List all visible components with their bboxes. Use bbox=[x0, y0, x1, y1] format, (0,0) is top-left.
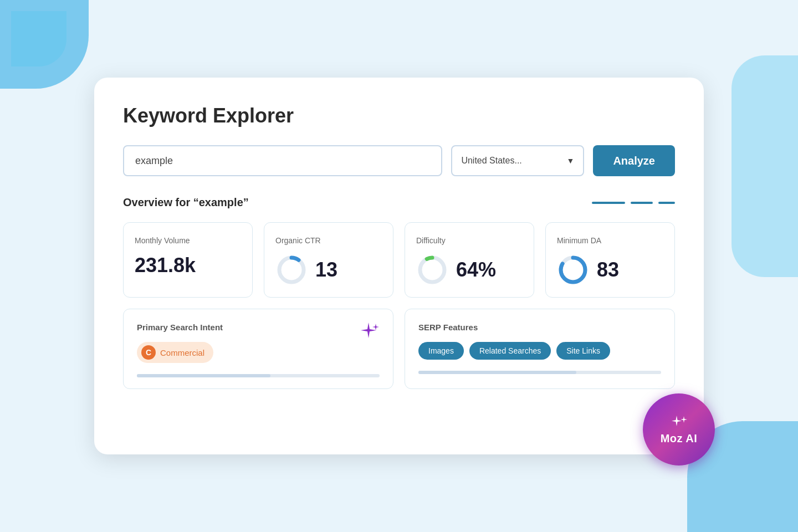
country-select-label: United States... bbox=[461, 156, 521, 166]
metric-value-row-ctr: 13 bbox=[275, 254, 382, 286]
search-input[interactable] bbox=[123, 145, 442, 176]
bg-decoration-right bbox=[732, 55, 798, 277]
overview-line-3 bbox=[658, 202, 675, 204]
overview-header: Overview for “example” bbox=[123, 196, 675, 209]
serp-tags: Images Related Searches Site Links bbox=[418, 342, 661, 360]
overview-line-2 bbox=[631, 202, 653, 204]
progress-bar-serp bbox=[418, 371, 661, 374]
metric-number-difficulty: 64% bbox=[456, 258, 496, 282]
progress-bar-fill-intent bbox=[137, 374, 270, 377]
serp-tag-images[interactable]: Images bbox=[418, 342, 464, 360]
metric-value-row-volume: 231.8k bbox=[135, 254, 241, 277]
serp-tag-related-searches[interactable]: Related Searches bbox=[469, 342, 551, 360]
metric-card-volume: Monthly Volume 231.8k bbox=[123, 222, 253, 298]
overview-line-1 bbox=[592, 202, 625, 204]
search-row: United States... ▼ Analyze bbox=[123, 145, 675, 176]
metric-card-ctr: Organic CTR 13 bbox=[264, 222, 393, 298]
badge-c-letter: C bbox=[141, 345, 156, 360]
serp-tag-site-links[interactable]: Site Links bbox=[556, 342, 610, 360]
metric-value-row-da: 83 bbox=[557, 254, 663, 286]
overview-lines bbox=[592, 202, 675, 204]
metric-label-ctr: Organic CTR bbox=[275, 236, 382, 245]
primary-intent-title: Primary Search Intent bbox=[137, 323, 380, 332]
metric-number-volume: 231.8k bbox=[135, 254, 196, 277]
metric-label-da: Minimum DA bbox=[557, 236, 663, 245]
analyze-button[interactable]: Analyze bbox=[593, 145, 675, 176]
bg-decoration-top-left-2 bbox=[11, 11, 66, 66]
metric-number-da: 83 bbox=[597, 258, 619, 282]
main-card: Keyword Explorer United States... ▼ Anal… bbox=[94, 78, 704, 454]
donut-ctr bbox=[275, 254, 308, 286]
donut-da bbox=[557, 254, 589, 286]
primary-intent-card: Primary Search Intent C Commercial bbox=[123, 309, 393, 389]
metric-value-row-difficulty: 64% bbox=[416, 254, 523, 286]
sparkle-icon bbox=[357, 321, 380, 344]
metric-label-difficulty: Difficulty bbox=[416, 236, 523, 245]
moz-ai-badge: Moz AI bbox=[643, 393, 715, 466]
progress-bar-fill-serp bbox=[418, 371, 576, 374]
serp-features-card: SERP Features Images Related Searches Si… bbox=[405, 309, 675, 389]
bottom-row: Primary Search Intent C Commercial SERP … bbox=[123, 309, 675, 389]
moz-ai-label: Moz AI bbox=[661, 432, 698, 445]
svg-point-2 bbox=[420, 258, 444, 282]
badge-label: Commercial bbox=[160, 348, 204, 357]
chevron-down-icon: ▼ bbox=[567, 156, 575, 165]
progress-bar-intent bbox=[137, 374, 380, 377]
serp-features-title: SERP Features bbox=[418, 323, 661, 332]
overview-title: Overview for “example” bbox=[123, 196, 249, 209]
page-title: Keyword Explorer bbox=[123, 104, 675, 127]
country-select[interactable]: United States... ▼ bbox=[451, 145, 584, 176]
metric-label-volume: Monthly Volume bbox=[135, 236, 241, 245]
commercial-badge: C Commercial bbox=[137, 342, 213, 363]
moz-ai-stars bbox=[669, 415, 688, 430]
donut-difficulty bbox=[416, 254, 448, 286]
metrics-row: Monthly Volume 231.8k Organic CTR 13 Dif… bbox=[123, 222, 675, 298]
metric-card-difficulty: Difficulty 64% bbox=[405, 222, 534, 298]
metric-card-da: Minimum DA 83 bbox=[545, 222, 675, 298]
metric-number-ctr: 13 bbox=[315, 258, 337, 282]
